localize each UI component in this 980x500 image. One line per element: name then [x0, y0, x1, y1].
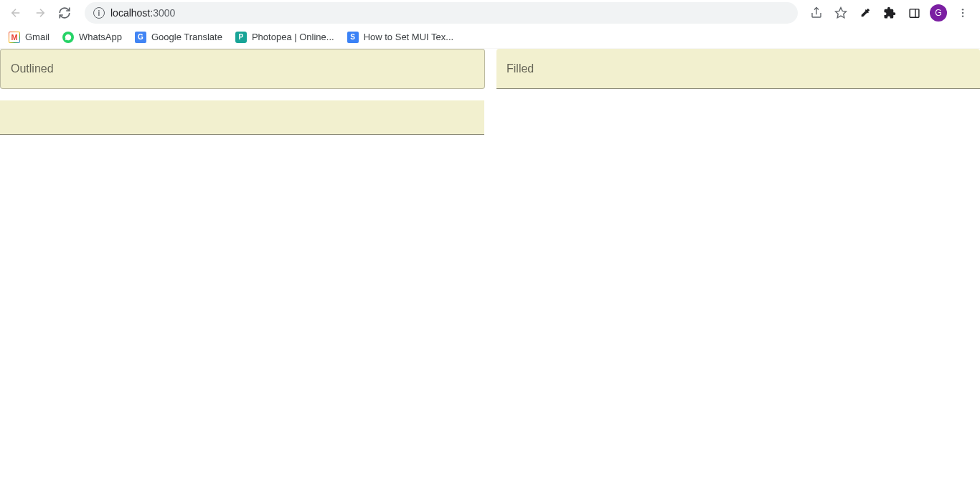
bookmark-label: Photopea | Online...: [252, 32, 334, 42]
share-button[interactable]: [808, 4, 825, 22]
eyedropper-icon: [859, 7, 871, 19]
fields-row: Outlined Filled: [0, 49, 980, 89]
outlined-textfield[interactable]: Outlined: [0, 49, 485, 89]
svg-marker-0: [836, 8, 847, 18]
side-panel-button[interactable]: [905, 4, 923, 22]
eyedropper-button[interactable]: [857, 4, 874, 22]
filled-label: Filled: [507, 62, 534, 75]
translate-icon: G: [135, 32, 146, 43]
star-icon: [834, 6, 847, 19]
site-info-icon[interactable]: i: [93, 7, 105, 19]
url-host: localhost:: [110, 7, 153, 19]
bookmark-label: WhatsApp: [79, 32, 122, 42]
whatsapp-icon: [62, 32, 74, 43]
gmail-icon: [9, 32, 20, 43]
bookmark-whatsapp[interactable]: WhatsApp: [62, 32, 122, 43]
bookmark-label: Google Translate: [151, 32, 222, 42]
outlined-label: Outlined: [11, 62, 54, 75]
back-button[interactable]: [6, 3, 26, 23]
forward-button[interactable]: [30, 3, 50, 23]
menu-button[interactable]: [954, 4, 971, 22]
bookmarks-bar: Gmail WhatsApp G Google Translate P Phot…: [0, 26, 980, 49]
url-text: localhost:3000: [110, 7, 175, 19]
bookmark-google-translate[interactable]: G Google Translate: [135, 32, 222, 43]
browser-toolbar: i localhost:3000 G: [0, 0, 980, 26]
puzzle-icon: [883, 6, 896, 19]
photopea-icon: P: [235, 32, 247, 43]
svg-point-5: [962, 15, 963, 16]
address-bar[interactable]: i localhost:3000: [85, 2, 798, 24]
stackoverflow-icon: S: [347, 32, 359, 43]
kebab-icon: [957, 7, 969, 19]
page-content: Outlined Filled: [0, 49, 980, 135]
filled-textfield[interactable]: Filled: [496, 49, 980, 89]
bookmark-label: How to Set MUI Tex...: [364, 32, 453, 42]
bookmark-photopea[interactable]: P Photopea | Online...: [235, 32, 334, 43]
url-port: 3000: [153, 7, 175, 19]
arrow-right-icon: [34, 6, 47, 19]
profile-avatar[interactable]: G: [930, 4, 947, 22]
toolbar-right: G: [808, 4, 974, 22]
share-icon: [810, 6, 823, 19]
svg-point-3: [962, 9, 963, 10]
extensions-button[interactable]: [881, 4, 898, 22]
reload-icon: [58, 6, 71, 19]
standard-textfield[interactable]: [0, 100, 484, 135]
bookmark-mui-textfield[interactable]: S How to Set MUI Tex...: [347, 32, 453, 43]
arrow-left-icon: [9, 6, 22, 19]
bookmark-star-button[interactable]: [832, 4, 849, 22]
svg-rect-1: [910, 9, 919, 16]
avatar-letter: G: [935, 8, 941, 18]
svg-point-4: [962, 12, 963, 14]
side-panel-icon: [908, 7, 920, 19]
reload-button[interactable]: [55, 3, 75, 23]
bookmark-gmail[interactable]: Gmail: [9, 32, 50, 43]
bookmark-label: Gmail: [25, 32, 50, 42]
